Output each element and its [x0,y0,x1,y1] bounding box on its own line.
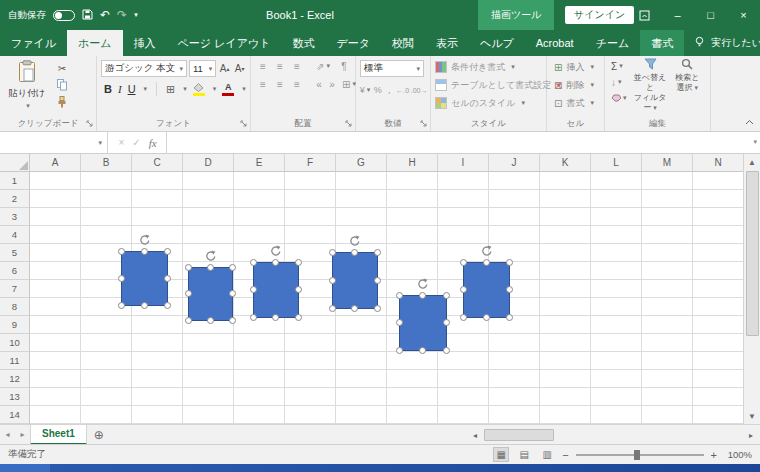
alignment-dialog-launcher-icon[interactable] [345,120,353,128]
format-painter-button[interactable] [52,94,72,110]
close-button[interactable]: × [727,0,760,30]
rotate-handle[interactable] [205,250,217,262]
column-header-E[interactable]: E [234,154,285,171]
expand-formula-bar-icon[interactable]: ▾ [753,138,757,146]
resize-handle-sw[interactable] [460,314,467,321]
new-sheet-button[interactable]: ⊕ [94,429,104,441]
selected-shape-5[interactable] [399,295,447,351]
column-header-D[interactable]: D [183,154,234,171]
orientation-icon[interactable]: ⇗▾ [313,58,333,74]
increase-indent-icon[interactable]: » [326,76,338,92]
row-header-10[interactable]: 10 [0,334,29,352]
rotate-handle[interactable] [349,235,361,247]
font-color-dropdown-icon[interactable]: ▾ [242,85,246,93]
zoom-out-icon[interactable]: − [562,449,568,461]
sheet-nav-left-icon[interactable]: ◂ [0,430,15,439]
resize-handle-nw[interactable] [118,248,125,255]
sheet-nav-right-icon[interactable]: ▸ [15,430,30,439]
vertical-scroll-thumb[interactable] [746,171,759,336]
number-dialog-launcher-icon[interactable] [420,120,428,128]
format-cells-button[interactable]: ⊡書式▾ [554,94,600,112]
tab-ヘルプ[interactable]: ヘルプ [469,30,525,56]
row-header-8[interactable]: 8 [0,298,29,316]
row-header-14[interactable]: 14 [0,406,29,424]
row-header-4[interactable]: 4 [0,226,29,244]
scroll-up-icon[interactable]: ▲ [744,154,760,170]
currency-format-icon[interactable]: ¥▾ [360,82,370,98]
borders-dropdown-icon[interactable]: ▾ [183,85,187,93]
resize-handle-n[interactable] [351,249,358,256]
row-header-9[interactable]: 9 [0,316,29,334]
align-bottom-icon[interactable]: ≡ [289,58,305,74]
signin-button[interactable]: サインイン [565,6,634,24]
resize-handle-s[interactable] [207,317,214,324]
row-header-12[interactable]: 12 [0,370,29,388]
selected-shape-6[interactable] [463,262,510,318]
scroll-down-icon[interactable]: ▼ [744,408,760,424]
tab-Acrobat[interactable]: Acrobat [525,30,585,56]
resize-handle-s[interactable] [141,302,148,309]
insert-function-button[interactable]: fx [149,137,157,149]
font-size-select[interactable]: 11▾ [189,60,216,77]
selected-shape-4[interactable] [332,252,378,309]
resize-handle-n[interactable] [207,264,214,271]
resize-handle-w[interactable] [185,290,192,297]
insert-cells-button[interactable]: ⊞挿入▾ [554,58,600,76]
paste-dropdown-icon[interactable]: ▾ [26,102,30,110]
resize-handle-se[interactable] [443,347,450,354]
row-header-7[interactable]: 7 [0,280,29,298]
row-header-13[interactable]: 13 [0,388,29,406]
page-break-view-icon[interactable]: ▥ [539,447,555,462]
select-all-corner[interactable] [0,154,30,172]
sort-filter-button[interactable]: 並べ替えと フィルター▾ [631,58,668,116]
column-header-L[interactable]: L [591,154,642,171]
column-header-G[interactable]: G [336,154,387,171]
resize-handle-w[interactable] [329,277,336,284]
resize-handle-e[interactable] [295,286,302,293]
autosum-button[interactable]: Σ▾ [609,58,631,74]
comma-style-icon[interactable]: , [385,82,393,98]
resize-handle-e[interactable] [229,290,236,297]
sheet-canvas[interactable] [30,172,743,424]
resize-handle-w[interactable] [118,275,125,282]
ribbon-display-options-button[interactable] [628,0,661,30]
horizontal-scrollbar[interactable]: ◂ ▸ [468,427,758,443]
column-header-B[interactable]: B [81,154,132,171]
align-top-icon[interactable]: ≡ [255,58,271,74]
column-header-I[interactable]: I [438,154,489,171]
resize-handle-sw[interactable] [250,314,257,321]
resize-handle-s[interactable] [351,305,358,312]
decrease-indent-icon[interactable]: « [313,76,325,92]
collapse-ribbon-icon[interactable] [745,115,754,127]
decrease-decimal-icon[interactable]: .00→ [412,82,426,98]
maximize-button[interactable]: □ [694,0,727,30]
selected-shape-1[interactable] [121,251,168,306]
column-header-F[interactable]: F [285,154,336,171]
cell-styles-button[interactable]: セルのスタイル▾ [435,94,542,112]
paste-button[interactable]: 貼り付け ▾ [4,60,50,116]
resize-handle-ne[interactable] [164,248,171,255]
rotate-handle[interactable] [481,245,493,257]
cancel-formula-icon[interactable]: × [118,137,124,148]
resize-handle-se[interactable] [506,314,513,321]
resize-handle-se[interactable] [374,305,381,312]
number-format-select[interactable]: 標準▾ [360,60,424,77]
align-center-icon[interactable]: ≡ [272,76,288,92]
format-as-table-button[interactable]: テーブルとして書式設定▾ [435,76,542,94]
zoom-slider-thumb[interactable] [634,450,640,460]
copy-button[interactable] [52,77,72,93]
resize-handle-sw[interactable] [329,305,336,312]
resize-handle-nw[interactable] [185,264,192,271]
selected-shape-2[interactable] [188,267,233,321]
resize-handle-sw[interactable] [118,302,125,309]
formula-input[interactable] [168,132,744,153]
resize-handle-ne[interactable] [229,264,236,271]
fill-color-dropdown-icon[interactable]: ▾ [213,85,217,93]
tab-チーム[interactable]: チーム [585,30,641,56]
borders-button[interactable]: ⊞ [166,83,175,96]
tab-数式[interactable]: 数式 [281,30,325,56]
bold-button[interactable]: B [104,83,112,95]
tab-format-context[interactable]: 書式 [640,30,684,56]
resize-handle-se[interactable] [229,317,236,324]
column-header-K[interactable]: K [540,154,591,171]
